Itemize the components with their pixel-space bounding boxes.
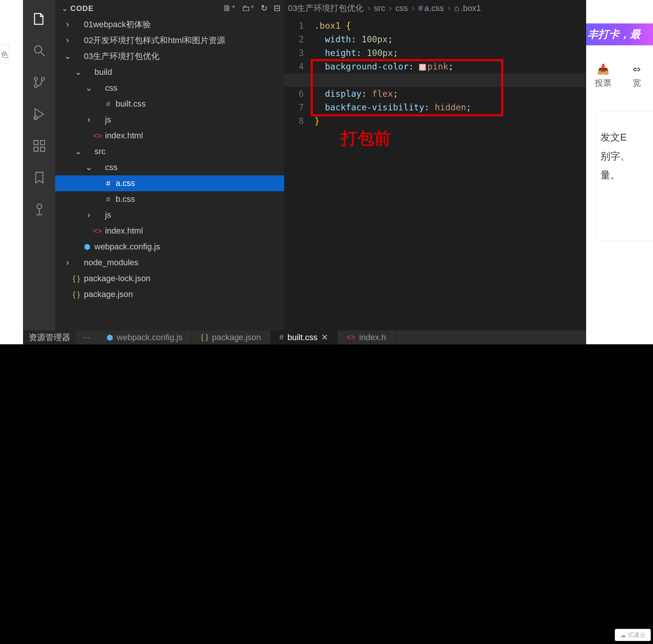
right-card-line: 发文E [600, 128, 653, 147]
chevron-right-icon: › [389, 3, 391, 13]
activity-bar [23, 0, 55, 330]
editor-tab[interactable]: <>index.h [337, 330, 395, 344]
chevron-icon [96, 192, 103, 207]
svg-rect-5 [34, 141, 38, 145]
tree-item[interactable]: #built.css [55, 96, 284, 112]
code-line[interactable]: 1.box1 { [284, 19, 586, 33]
tree-item[interactable]: ⌄build [55, 64, 284, 80]
html-icon: <> [92, 128, 103, 143]
tree-item-label: a.css [116, 176, 135, 191]
file-tree: ›01webpack初体验›02开发环境打包样式和html和图片资源⌄03生产环… [55, 17, 284, 302]
tree-item[interactable]: ›node_modules [55, 255, 284, 271]
debug-icon[interactable] [23, 98, 55, 130]
chevron-right-icon: › [412, 3, 414, 13]
breadcrumb-item[interactable]: #a.css [418, 3, 444, 13]
promo-banner: 丰打卡，最 [586, 23, 653, 45]
bookmark-icon[interactable] [23, 162, 55, 194]
editor-pane: 03生产环境打包优化›src›css›#a.css›⌂.box1 1.box1 … [284, 0, 586, 330]
tree-item-label: built.css [116, 96, 145, 111]
tree-item[interactable]: <>index.html [55, 128, 284, 144]
tree-item-label: 01webpack初体验 [84, 17, 151, 32]
svg-point-9 [37, 204, 42, 209]
extensions-icon[interactable] [23, 130, 55, 162]
collapse-icon[interactable]: ⊟ [274, 3, 280, 13]
svg-point-0 [34, 46, 42, 53]
breadcrumb-item[interactable]: src [374, 3, 385, 13]
right-card-line: 量。 [600, 166, 653, 184]
scm-icon[interactable] [23, 67, 55, 98]
hash-icon: # [418, 3, 423, 13]
line-number: 1 [284, 19, 314, 33]
line-number: 8 [284, 114, 314, 128]
chevron-icon: › [85, 207, 92, 223]
tree-item[interactable]: ⌄css [55, 159, 284, 175]
tree-item-label: js [105, 112, 111, 127]
chevron-icon: › [64, 255, 71, 270]
explorer-icon[interactable] [23, 3, 55, 35]
search-icon[interactable] [23, 35, 55, 67]
chevron-icon: › [64, 33, 71, 48]
brace-icon: ⌂ [454, 3, 459, 13]
right-card-line: 别字、 [600, 147, 653, 166]
tree-item-label: src [94, 144, 105, 159]
close-icon[interactable]: ✕ [321, 333, 328, 342]
code-line[interactable]: 3 height: 100px; [284, 46, 586, 60]
tree-item-label: package-lock.json [84, 271, 150, 286]
tree-item-label: js [105, 207, 111, 223]
editor-tab[interactable]: #built.css✕ [271, 330, 338, 344]
code-area[interactable]: 1.box1 {2 width: 100px;3 height: 100px;4… [284, 17, 586, 128]
svg-point-2 [34, 85, 37, 88]
chevron-icon: › [64, 17, 71, 32]
code-line[interactable]: 8} [284, 114, 586, 128]
tree-item[interactable]: ⬢webpack.config.js [55, 239, 284, 255]
right-toolbar: 📥 投票 ⇔ 宽 [586, 59, 653, 93]
left-chip[interactable]: 色 [0, 45, 9, 63]
tree-item[interactable]: ›01webpack初体验 [55, 17, 284, 33]
code-line[interactable]: 2 width: 100px; [284, 33, 586, 46]
tree-item[interactable]: #a.css [55, 175, 284, 191]
tree-item[interactable]: ›02开发环境打包样式和html和图片资源 [55, 33, 284, 48]
tree-item[interactable]: { }package.json [55, 286, 284, 302]
tree-item[interactable]: ⌄css [55, 80, 284, 96]
annotation-text: 打包前 [341, 132, 391, 145]
tree-item[interactable]: ⌄03生产环境打包优化 [55, 48, 284, 64]
new-file-icon[interactable]: 🗎⁺ [223, 3, 236, 13]
tree-icon[interactable] [23, 194, 55, 225]
line-number: 3 [284, 46, 314, 60]
code-line[interactable]: 6 display: flex; [284, 87, 586, 101]
wide-button[interactable]: ⇔ 宽 [620, 59, 653, 93]
chevron-right-icon: › [447, 3, 450, 13]
svg-rect-8 [40, 147, 45, 151]
tree-item[interactable]: ›js [55, 207, 284, 223]
editor-tab[interactable]: ⬢webpack.config.js [97, 330, 192, 344]
tree-item-label: package.json [84, 287, 133, 302]
chevron-icon [85, 223, 92, 238]
cube-icon: ⬢ [82, 239, 92, 254]
tree-item[interactable]: #b.css [55, 191, 284, 207]
refresh-icon[interactable]: ↻ [261, 3, 268, 13]
tree-item[interactable]: ›js [55, 112, 284, 128]
explorer-label[interactable]: 资源管理器 [23, 330, 76, 344]
editor-tab[interactable]: { }package.json [192, 330, 271, 344]
tree-item-label: b.css [116, 192, 135, 207]
more-icon[interactable]: ··· [76, 333, 97, 342]
explorer-sidebar: ⌄ CODE 🗎⁺ 🗀⁺ ↻ ⊟ ›01webpack初体验›02开发环境打包样… [55, 0, 284, 330]
tree-item[interactable]: ⌄src [55, 144, 284, 159]
breadcrumb-item[interactable]: ⌂.box1 [454, 3, 481, 13]
vote-button[interactable]: 📥 投票 [586, 59, 620, 93]
code-line[interactable]: 7 backface-visibility: hidden; [284, 101, 586, 114]
breadcrumb-item[interactable]: css [395, 3, 408, 13]
tree-item-label: webpack.config.js [94, 239, 160, 254]
breadcrumb-item[interactable]: 03生产环境打包优化 [288, 3, 364, 14]
code-line[interactable]: 4 background-color: pink; [284, 60, 586, 73]
sidebar-header[interactable]: ⌄ CODE 🗎⁺ 🗀⁺ ↻ ⊟ [55, 0, 284, 17]
tree-item[interactable]: <>index.html [55, 223, 284, 239]
hash-icon: # [280, 333, 284, 342]
breadcrumbs[interactable]: 03生产环境打包优化›src›css›#a.css›⌂.box1 [284, 0, 586, 17]
hash-icon: # [103, 96, 113, 111]
hash-icon: # [103, 176, 113, 191]
tree-item[interactable]: { }package-lock.json [55, 271, 284, 286]
new-folder-icon[interactable]: 🗀⁺ [242, 3, 255, 13]
json-icon: { } [201, 333, 208, 342]
chevron-icon: ⌄ [75, 65, 82, 80]
